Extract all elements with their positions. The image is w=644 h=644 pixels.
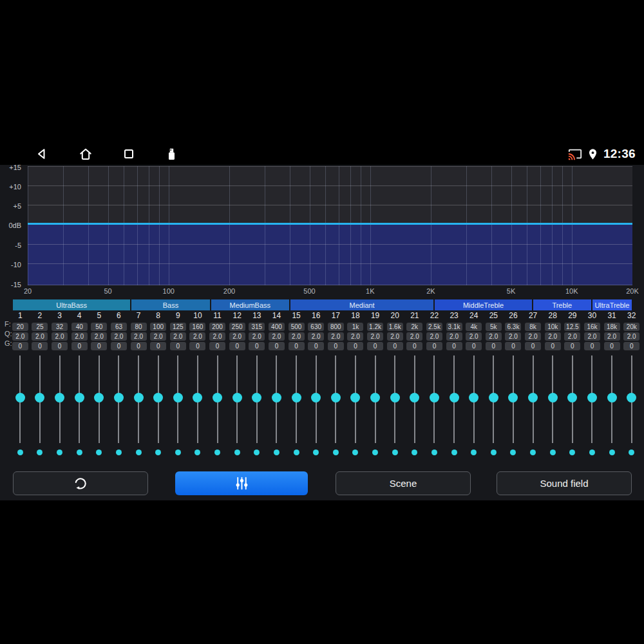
band-gain-value[interactable]: 0 <box>189 342 205 350</box>
band-frequency-value[interactable]: 50 <box>91 323 107 331</box>
band-gain-value[interactable]: 0 <box>604 342 620 350</box>
band-frequency-value[interactable]: 25 <box>32 323 48 331</box>
band-slider[interactable] <box>247 353 267 462</box>
band-slider[interactable] <box>444 353 464 462</box>
band-q-value[interactable]: 2.0 <box>189 332 205 341</box>
slider-knob[interactable] <box>430 393 439 402</box>
band-q-value[interactable]: 2.0 <box>249 332 265 341</box>
slider-knob[interactable] <box>450 393 459 402</box>
band-frequency-value[interactable]: 100 <box>150 323 166 331</box>
band-gain-value[interactable]: 0 <box>564 342 580 350</box>
band-slider[interactable] <box>70 353 90 462</box>
band-q-value[interactable]: 2.0 <box>367 332 383 341</box>
band-slider[interactable] <box>563 353 583 462</box>
slider-knob[interactable] <box>350 393 360 402</box>
band-gain-value[interactable]: 0 <box>486 342 502 350</box>
band-q-value[interactable]: 2.0 <box>486 332 502 341</box>
reset-button[interactable] <box>13 471 148 495</box>
band-slider[interactable] <box>30 353 50 462</box>
band-gain-value[interactable]: 0 <box>446 342 462 350</box>
band-slider[interactable] <box>464 353 484 462</box>
band-slider[interactable] <box>267 353 287 462</box>
band-q-value[interactable]: 2.0 <box>466 332 482 341</box>
band-frequency-value[interactable]: 3.1k <box>446 323 462 331</box>
band-slider[interactable] <box>346 353 366 462</box>
band-gain-value[interactable]: 0 <box>505 342 521 350</box>
band-frequency-value[interactable]: 8k <box>525 323 541 331</box>
band-q-value[interactable]: 2.0 <box>52 332 68 341</box>
band-frequency-value[interactable]: 2k <box>406 323 422 331</box>
slider-knob[interactable] <box>134 393 144 402</box>
band-frequency-value[interactable]: 125 <box>170 323 186 331</box>
band-frequency-value[interactable]: 10k <box>545 323 561 331</box>
band-q-value[interactable]: 2.0 <box>269 332 285 341</box>
band-frequency-value[interactable]: 250 <box>229 323 245 331</box>
scene-button[interactable]: Scene <box>336 471 471 495</box>
band-gain-value[interactable]: 0 <box>584 342 600 350</box>
band-slider[interactable] <box>148 353 168 462</box>
band-frequency-value[interactable]: 20k <box>623 323 639 331</box>
band-frequency-value[interactable]: 32 <box>52 323 68 331</box>
band-slider[interactable] <box>129 353 149 462</box>
band-q-value[interactable]: 2.0 <box>209 332 225 341</box>
band-gain-value[interactable]: 0 <box>545 342 561 350</box>
slider-knob[interactable] <box>410 393 419 402</box>
band-q-value[interactable]: 2.0 <box>505 332 521 341</box>
slider-knob[interactable] <box>75 393 84 402</box>
band-slider[interactable] <box>109 353 129 462</box>
band-frequency-value[interactable]: 5k <box>486 323 502 331</box>
slider-knob[interactable] <box>311 393 321 402</box>
band-q-value[interactable]: 2.0 <box>308 332 324 341</box>
slider-knob[interactable] <box>607 393 617 402</box>
slider-knob[interactable] <box>489 393 498 402</box>
band-slider[interactable] <box>602 353 622 462</box>
band-q-value[interactable]: 2.0 <box>91 332 107 341</box>
band-slider[interactable] <box>168 353 188 462</box>
slider-knob[interactable] <box>292 393 301 402</box>
band-gain-value[interactable]: 0 <box>111 342 127 350</box>
slider-knob[interactable] <box>627 393 636 402</box>
band-frequency-value[interactable]: 63 <box>111 323 127 331</box>
band-frequency-value[interactable]: 160 <box>189 323 205 331</box>
band-gain-value[interactable]: 0 <box>525 342 541 350</box>
sound-field-button[interactable]: Sound field <box>497 471 632 495</box>
slider-knob[interactable] <box>587 393 597 402</box>
band-slider[interactable] <box>424 353 444 462</box>
band-slider[interactable] <box>326 353 346 462</box>
band-q-value[interactable]: 2.0 <box>387 332 403 341</box>
band-q-value[interactable]: 2.0 <box>446 332 462 341</box>
slider-knob[interactable] <box>548 393 558 402</box>
band-gain-value[interactable]: 0 <box>209 342 225 350</box>
band-q-value[interactable]: 2.0 <box>131 332 147 341</box>
band-q-value[interactable]: 2.0 <box>71 332 88 341</box>
band-slider[interactable] <box>306 353 326 462</box>
band-frequency-value[interactable]: 20 <box>12 323 28 331</box>
band-gain-value[interactable]: 0 <box>347 342 363 350</box>
band-frequency-value[interactable]: 1.6k <box>387 323 403 331</box>
slider-knob[interactable] <box>469 393 478 402</box>
band-frequency-value[interactable]: 6.3k <box>505 323 521 331</box>
slider-knob[interactable] <box>213 393 222 402</box>
band-slider[interactable] <box>582 353 602 462</box>
band-gain-value[interactable]: 0 <box>229 342 245 350</box>
band-slider[interactable] <box>10 353 30 462</box>
band-gain-value[interactable]: 0 <box>623 342 639 350</box>
band-slider[interactable] <box>90 353 109 462</box>
band-gain-value[interactable]: 0 <box>131 342 147 350</box>
band-gain-value[interactable]: 0 <box>170 342 186 350</box>
slider-knob[interactable] <box>55 393 64 402</box>
band-frequency-value[interactable]: 16k <box>584 323 600 331</box>
slider-knob[interactable] <box>370 393 380 402</box>
slider-knob[interactable] <box>272 393 281 402</box>
band-frequency-value[interactable]: 800 <box>328 323 344 331</box>
band-q-value[interactable]: 2.0 <box>406 332 422 341</box>
slider-knob[interactable] <box>15 393 25 402</box>
band-frequency-value[interactable]: 630 <box>308 323 324 331</box>
band-gain-value[interactable]: 0 <box>328 342 344 350</box>
band-slider[interactable] <box>365 353 385 462</box>
band-slider[interactable] <box>484 353 504 462</box>
band-slider[interactable] <box>543 353 563 462</box>
band-slider[interactable] <box>287 353 307 462</box>
band-gain-value[interactable]: 0 <box>387 342 403 350</box>
band-q-value[interactable]: 2.0 <box>347 332 363 341</box>
